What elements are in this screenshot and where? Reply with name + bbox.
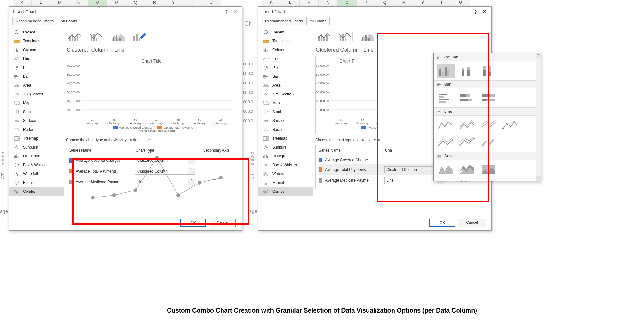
sidebar-item-area[interactable]: Area <box>258 81 313 90</box>
insert-chart-dialog-right: Insert Chart ? ✕ Recommended Charts All … <box>258 6 492 231</box>
type-picker-scrollbar[interactable]: ˄ ˅ <box>536 53 541 181</box>
type-opt-3d-line[interactable] <box>480 135 498 149</box>
type-opt-clustered-bar[interactable] <box>437 91 455 105</box>
tab-all-charts[interactable]: All Charts <box>57 17 80 25</box>
type-opt-clustered-column[interactable] <box>437 64 455 78</box>
secondary-axis-checkbox[interactable] <box>195 158 233 163</box>
ok-button[interactable]: OK <box>180 219 206 227</box>
sidebar-item-stock[interactable]: Stock <box>258 107 313 116</box>
sidebar-item-pie[interactable]: Pie <box>9 63 64 72</box>
type-opt-line[interactable] <box>437 118 455 132</box>
surface-icon <box>263 118 269 123</box>
svg-rect-24 <box>17 164 19 166</box>
sidebar-item-radar[interactable]: Radar <box>9 125 64 134</box>
sidebar-item-area[interactable]: Area <box>9 81 64 90</box>
subtype-clustered-column-line[interactable] <box>67 30 84 44</box>
svg-rect-46 <box>139 38 140 41</box>
help-button[interactable]: ? <box>222 9 231 15</box>
type-opt-100-stacked-column[interactable] <box>480 64 498 78</box>
sidebar-item-map[interactable]: Map <box>258 99 313 107</box>
type-opt-stacked-line[interactable] <box>458 118 476 132</box>
chart-type-dropdown[interactable]: Line ˅ <box>135 179 195 185</box>
svg-rect-32 <box>17 192 18 193</box>
cancel-button[interactable]: Cancel <box>459 219 485 227</box>
ok-button[interactable]: OK <box>429 219 455 227</box>
scroll-up-icon[interactable]: ˄ <box>536 53 541 58</box>
chart-subtype-name: Clustered Column - Line <box>67 47 237 53</box>
sidebar-item-radar[interactable]: Radar <box>258 125 313 134</box>
type-opt-stacked-line-markers[interactable] <box>437 135 455 149</box>
secondary-axis-checkbox[interactable] <box>195 169 233 174</box>
sidebar-item-histogram[interactable]: Histogram <box>258 152 313 161</box>
titlebar: Insert Chart ? ✕ <box>9 7 242 17</box>
sidebar-item-combo[interactable]: Combo <box>9 187 64 196</box>
subtype-stacked-area-column[interactable] <box>109 30 127 44</box>
sidebar-item-line[interactable]: Line <box>9 54 64 63</box>
type-opt-100-stacked-line-markers[interactable] <box>458 135 476 149</box>
sidebar-label: Column <box>272 48 285 52</box>
type-opt-100-stacked-area[interactable] <box>480 162 498 176</box>
type-opt-100-stacked-bar[interactable] <box>480 91 498 105</box>
sidebar-item-map[interactable]: Map <box>9 99 64 107</box>
sidebar-item-histogram[interactable]: Histogram <box>9 152 64 161</box>
chart-preview[interactable]: Chart Title - 10,000.00 20,000.00 30,000… <box>66 56 237 134</box>
sidebar-item-sunburst[interactable]: Sunburst <box>258 143 313 152</box>
cancel-button[interactable]: Cancel <box>210 219 236 227</box>
sidebar-item-recent[interactable]: Recent <box>258 28 313 37</box>
dialog-body: Recent Templates Column Line Pie Bar Are… <box>258 25 491 215</box>
sidebar-label: Area <box>272 83 280 88</box>
sidebar-item-line[interactable]: Line <box>258 54 313 63</box>
svg-rect-105 <box>437 57 438 59</box>
sidebar-item-funnel[interactable]: Funnel <box>258 178 313 187</box>
chart-type-dropdown[interactable]: Clustered Column ˅ <box>135 168 195 175</box>
chart-preview[interactable]: Chart T - 10,000.00 20,000.00 30,000.00 … <box>315 56 378 134</box>
close-button[interactable]: ✕ <box>231 9 239 15</box>
sidebar-item-treemap[interactable]: Treemap <box>9 134 64 143</box>
type-opt-line-markers[interactable] <box>501 118 519 132</box>
sidebar-item-surface[interactable]: Surface <box>258 116 313 125</box>
close-button[interactable]: ✕ <box>480 9 489 15</box>
sidebar-item-stock[interactable]: Stock <box>9 107 64 116</box>
series-swatch <box>69 158 73 163</box>
sidebar-item-waterfall[interactable]: Waterfall <box>258 169 313 178</box>
svg-rect-128 <box>466 94 470 97</box>
subtype-custom-combo[interactable] <box>131 30 149 44</box>
sidebar-item-templates[interactable]: Templates <box>9 37 64 46</box>
sidebar-item-combo[interactable]: Combo <box>258 187 313 196</box>
sidebar-item-funnel[interactable]: Funnel <box>9 178 64 187</box>
help-button[interactable]: ? <box>471 9 480 15</box>
type-opt-100-stacked-line[interactable] <box>480 118 498 132</box>
sidebar-item-bar[interactable]: Bar <box>9 72 64 81</box>
sidebar-item-boxwhisker[interactable]: Box & Whisker <box>258 161 313 169</box>
sidebar-item-templates[interactable]: Templates <box>258 37 313 46</box>
sidebar-item-waterfall[interactable]: Waterfall <box>9 169 64 178</box>
sidebar-item-column[interactable]: Column <box>9 46 64 54</box>
sidebar-item-pie[interactable]: Pie <box>258 63 313 72</box>
subtype-clustered-column-line-secondary[interactable] <box>88 30 106 44</box>
secondary-axis-checkbox[interactable] <box>195 179 233 185</box>
sidebar-label: Stock <box>272 110 282 114</box>
subtype-stacked-area-column[interactable] <box>359 30 376 44</box>
tab-all-charts[interactable]: All Charts <box>306 17 330 25</box>
subtype-clustered-column-line-secondary[interactable] <box>337 30 355 44</box>
type-opt-area[interactable] <box>437 162 455 176</box>
tab-recommended[interactable]: Recommended Charts <box>12 17 57 25</box>
sidebar-item-column[interactable]: Column <box>258 46 313 54</box>
sidebar-item-treemap[interactable]: Treemap <box>258 134 313 143</box>
svg-point-69 <box>264 146 268 149</box>
type-opt-stacked-area[interactable] <box>458 162 476 176</box>
sidebar-item-boxwhisker[interactable]: Box & Whisker <box>9 161 64 169</box>
svg-rect-129 <box>460 99 468 101</box>
type-opt-stacked-bar[interactable] <box>458 91 476 105</box>
scroll-down-icon[interactable]: ˅ <box>536 176 541 181</box>
chart-type-dropdown[interactable]: Clustered Column ˅ <box>135 157 195 164</box>
sidebar-item-surface[interactable]: Surface <box>9 116 64 125</box>
type-opt-stacked-column[interactable] <box>458 64 476 78</box>
sidebar-item-recent[interactable]: Recent <box>9 28 64 37</box>
sidebar-item-scatter[interactable]: X Y (Scatter) <box>258 90 313 99</box>
subtype-clustered-column-line[interactable] <box>316 30 334 44</box>
sidebar-item-bar[interactable]: Bar <box>258 72 313 81</box>
sidebar-item-scatter[interactable]: X Y (Scatter) <box>9 90 64 99</box>
tab-recommended[interactable]: Recommended Charts <box>262 17 306 25</box>
sidebar-item-sunburst[interactable]: Sunburst <box>9 143 64 152</box>
